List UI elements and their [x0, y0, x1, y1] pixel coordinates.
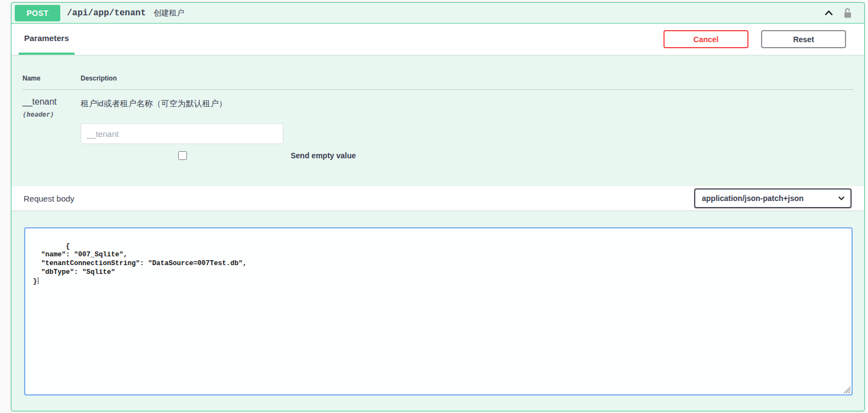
content-type-select[interactable]: application/json-patch+json — [694, 188, 852, 208]
resize-handle[interactable] — [843, 386, 850, 393]
unlock-icon — [842, 7, 853, 19]
text-cursor — [38, 277, 39, 284]
chevron-up-icon — [823, 7, 835, 19]
http-method-badge: POST — [15, 5, 60, 21]
parameter-name: __tenant — [22, 97, 81, 107]
endpoint-description: 创建租户 — [154, 8, 184, 18]
request-body-text: { "name": "007_Sqlite", "tenantConnectio… — [33, 243, 247, 285]
request-body-editor[interactable]: { "name": "007_Sqlite", "tenantConnectio… — [24, 227, 853, 395]
request-body-section-header: Request body application/json-patch+json — [12, 186, 864, 210]
parameter-row: __tenant (header) 租户id或者租户名称（可空为默认租户） Se… — [22, 90, 853, 160]
send-empty-value-row: Send empty value — [81, 151, 853, 160]
column-header-description: Description — [81, 74, 853, 82]
send-empty-value-checkbox[interactable] — [178, 151, 187, 160]
content-type-select-wrap: application/json-patch+json — [694, 188, 852, 208]
parameters-table-header: Name Description — [22, 74, 853, 90]
cancel-button[interactable]: Cancel — [663, 30, 748, 48]
parameters-section-header: Parameters Cancel Reset — [12, 24, 864, 55]
api-endpoint-panel: POST /api/app/tenant 创建租户 — [11, 2, 865, 411]
request-body-area: { "name": "007_Sqlite", "tenantConnectio… — [12, 210, 864, 395]
endpoint-path: /api/app/tenant — [67, 8, 146, 18]
request-body-label: Request body — [24, 194, 75, 203]
parameter-location: (header) — [22, 111, 81, 118]
parameter-description: 租户id或者租户名称（可空为默认租户） — [81, 99, 853, 109]
collapse-button[interactable] — [823, 7, 835, 19]
tab-parameters[interactable]: Parameters — [19, 24, 75, 55]
endpoint-summary[interactable]: POST /api/app/tenant 创建租户 — [12, 3, 864, 24]
send-empty-value-label: Send empty value — [291, 151, 356, 160]
parameters-tab-label: Parameters — [24, 33, 69, 43]
parameters-table: Name Description __tenant (header) 租户id或… — [12, 55, 864, 186]
column-header-name: Name — [22, 74, 81, 82]
reset-button[interactable]: Reset — [761, 30, 846, 48]
try-out-actions: Cancel Reset — [663, 30, 846, 48]
tenant-header-input[interactable] — [81, 123, 283, 144]
authorize-button[interactable] — [842, 7, 853, 19]
swagger-page: POST /api/app/tenant 创建租户 — [0, 0, 868, 413]
